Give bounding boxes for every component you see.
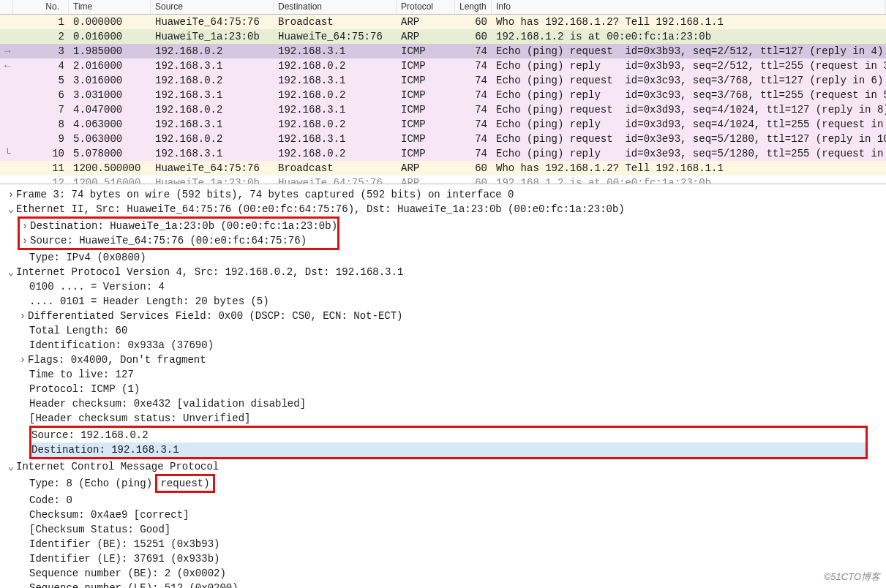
chevron-down-icon[interactable]: ⌄ (6, 265, 16, 279)
packet-row[interactable]: 84.063000192.168.3.1192.168.0.2ICMP74Ech… (0, 117, 886, 132)
ip-version[interactable]: 0100 .... = Version: 4 (4, 279, 882, 294)
packet-details-pane[interactable]: ›Frame 3: 74 bytes on wire (592 bits), 7… (0, 184, 886, 588)
cell-info: Echo (ping) request id=0x3e93, seq=5/128… (492, 132, 886, 146)
chevron-right-icon[interactable]: › (18, 309, 28, 323)
cell-destination: 192.168.3.1 (274, 44, 397, 59)
cell-info: Echo (ping) request id=0x3b93, seq=2/512… (492, 44, 886, 59)
cell-destination: 192.168.3.1 (274, 73, 397, 88)
col-time[interactable]: Time (69, 0, 151, 14)
ethernet-summary[interactable]: ⌄Ethernet II, Src: HuaweiTe_64:75:76 (00… (4, 202, 882, 216)
col-destination[interactable]: Destination (274, 0, 397, 14)
icmp-seq-le[interactable]: Sequence number (LE): 512 (0x0200) (4, 581, 882, 588)
icmp-type-text-a: Type: 8 (Echo (ping) (29, 478, 158, 489)
eth-type-text: Type: IPv4 (0x0800) (29, 252, 146, 263)
ip-flags[interactable]: ›Flags: 0x4000, Don't fragment (4, 353, 882, 367)
col-source[interactable]: Source (151, 0, 274, 14)
frame-summary-text: Frame 3: 74 bytes on wire (592 bits), 74… (16, 189, 514, 200)
cell-destination: 192.168.0.2 (274, 146, 397, 161)
chevron-right-icon[interactable]: › (20, 219, 30, 233)
packet-row[interactable]: →31.985000192.168.0.2192.168.3.1ICMP74Ec… (0, 44, 886, 59)
packet-row[interactable]: 95.063000192.168.0.2192.168.3.1ICMP74Ech… (0, 132, 886, 146)
icmp-seq-be[interactable]: Sequence number (BE): 2 (0x0002) (4, 566, 882, 581)
cell-info: Echo (ping) reply id=0x3c93, seq=3/768, … (492, 88, 886, 102)
cell-info: Who has 192.168.1.2? Tell 192.168.1.1 (492, 15, 886, 29)
ip-ttl[interactable]: Time to live: 127 (4, 367, 882, 382)
cell-info: Echo (ping) reply id=0x3d93, seq=4/1024,… (492, 117, 886, 132)
row-marker (0, 102, 13, 117)
cell-destination: 192.168.3.1 (274, 102, 397, 117)
cell-info: Echo (ping) reply id=0x3b93, seq=2/512, … (492, 59, 886, 73)
cell-destination: 192.168.3.1 (274, 132, 397, 146)
eth-destination[interactable]: ›Destination: HuaweiTe_1a:23:0b (00:e0:f… (20, 219, 337, 233)
cell-destination: 192.168.0.2 (274, 88, 397, 102)
col-length[interactable]: Length (455, 0, 492, 14)
cell-length: 74 (455, 44, 492, 59)
icmp-seq-be-text: Sequence number (BE): 2 (0x0002) (29, 568, 226, 579)
col-marker (0, 0, 13, 14)
icmp-seq-le-text: Sequence number (LE): 512 (0x0200) (29, 582, 239, 588)
frame-summary[interactable]: ›Frame 3: 74 bytes on wire (592 bits), 7… (4, 187, 882, 202)
packet-row[interactable]: └105.078000192.168.3.1192.168.0.2ICMP74E… (0, 146, 886, 161)
col-info[interactable]: Info (492, 0, 886, 14)
icmp-checksum[interactable]: Checksum: 0x4ae9 [correct] (4, 508, 882, 522)
cell-time: 1.985000 (69, 44, 151, 59)
cell-source: HuaweiTe_64:75:76 (151, 161, 274, 176)
cell-protocol: ICMP (397, 102, 455, 117)
packet-row[interactable]: 74.047000192.168.0.2192.168.3.1ICMP74Ech… (0, 102, 886, 117)
cell-protocol: ICMP (397, 146, 455, 161)
packet-row[interactable]: 53.016000192.168.0.2192.168.3.1ICMP74Ech… (0, 73, 886, 88)
ip-dsf[interactable]: ›Differentiated Services Field: 0x00 (DS… (4, 309, 882, 323)
icmp-id-le[interactable]: Identifier (LE): 37691 (0x933b) (4, 551, 882, 566)
col-protocol[interactable]: Protocol (397, 0, 455, 14)
packet-row[interactable]: 63.031000192.168.3.1192.168.0.2ICMP74Ech… (0, 88, 886, 102)
cell-time: 5.078000 (69, 146, 151, 161)
cell-no: 11 (13, 161, 69, 176)
ip-source[interactable]: Source: 192.168.0.2 (31, 428, 866, 442)
icmp-type[interactable]: Type: 8 (Echo (ping) request) (4, 474, 882, 493)
ip-identification[interactable]: Identification: 0x933a (37690) (4, 338, 882, 353)
cell-info: Echo (ping) request id=0x3c93, seq=3/768… (492, 73, 886, 88)
packet-row[interactable]: ←42.016000192.168.3.1192.168.0.2ICMP74Ec… (0, 59, 886, 73)
icmp-id-be-text: Identifier (BE): 15251 (0x3b93) (29, 538, 219, 550)
cell-source: 192.168.0.2 (151, 44, 274, 59)
ip-header-checksum-status[interactable]: [Header checksum status: Unverified] (4, 411, 882, 426)
ip-destination[interactable]: Destination: 192.168.3.1 (31, 442, 866, 457)
cell-length: 60 (455, 161, 492, 176)
cell-destination: Broadcast (274, 15, 397, 29)
packet-row[interactable]: 10.000000HuaweiTe_64:75:76BroadcastARP60… (0, 15, 886, 29)
packet-row[interactable]: 111200.500000HuaweiTe_64:75:76BroadcastA… (0, 161, 886, 176)
ip-total-length-text: Total Length: 60 (29, 325, 127, 336)
packet-row[interactable]: 121200.516000HuaweiTe_1a:23:0bHuaweiTe_6… (0, 176, 886, 184)
cell-length: 74 (455, 132, 492, 146)
chevron-down-icon[interactable]: ⌄ (6, 202, 16, 216)
icmp-id-be[interactable]: Identifier (BE): 15251 (0x3b93) (4, 537, 882, 551)
chevron-right-icon[interactable]: › (18, 353, 28, 367)
icmp-summary[interactable]: ⌄Internet Control Message Protocol (4, 459, 882, 474)
ip-header-length-text: .... 0101 = Header Length: 20 bytes (5) (29, 295, 269, 307)
cell-time: 0.016000 (69, 29, 151, 44)
row-marker: ← (0, 59, 13, 73)
ip-destination-text: Destination: 192.168.3.1 (31, 444, 179, 456)
cell-protocol: ICMP (397, 117, 455, 132)
cell-source: 192.168.3.1 (151, 117, 274, 132)
ip-header-length[interactable]: .... 0101 = Header Length: 20 bytes (5) (4, 294, 882, 309)
ip-summary[interactable]: ⌄Internet Protocol Version 4, Src: 192.1… (4, 265, 882, 279)
col-no[interactable]: No. (13, 0, 69, 14)
icmp-id-le-text: Identifier (LE): 37691 (0x933b) (29, 553, 219, 565)
icmp-checksum-status[interactable]: [Checksum Status: Good] (4, 522, 882, 537)
ip-total-length[interactable]: Total Length: 60 (4, 323, 882, 338)
chevron-right-icon[interactable]: › (6, 187, 16, 202)
eth-type[interactable]: Type: IPv4 (0x0800) (4, 250, 882, 265)
ip-flags-text: Flags: 0x4000, Don't fragment (28, 354, 206, 366)
icmp-code[interactable]: Code: 0 (4, 493, 882, 508)
packet-list-pane[interactable]: No. Time Source Destination Protocol Len… (0, 0, 886, 184)
cell-length: 60 (455, 176, 492, 184)
ip-protocol[interactable]: Protocol: ICMP (1) (4, 382, 882, 396)
eth-source[interactable]: ›Source: HuaweiTe_64:75:76 (00:e0:fc:64:… (20, 233, 337, 248)
cell-no: 12 (13, 176, 69, 184)
chevron-right-icon[interactable]: › (20, 233, 30, 248)
cell-destination: HuaweiTe_64:75:76 (274, 176, 397, 184)
packet-row[interactable]: 20.016000HuaweiTe_1a:23:0bHuaweiTe_64:75… (0, 29, 886, 44)
chevron-down-icon[interactable]: ⌄ (6, 459, 16, 474)
ip-header-checksum[interactable]: Header checksum: 0xe432 [validation disa… (4, 396, 882, 411)
